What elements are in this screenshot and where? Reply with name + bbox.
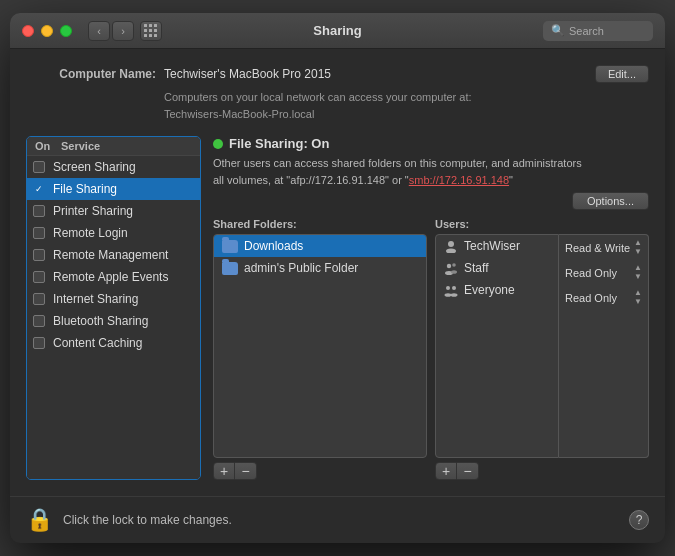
forward-icon: › xyxy=(121,25,125,37)
checkbox-file-sharing[interactable] xyxy=(33,183,45,195)
service-item-remote-apple-events[interactable]: Remote Apple Events xyxy=(27,266,200,288)
group-icon-staff xyxy=(444,261,458,275)
user-label-staff: Staff xyxy=(464,261,488,275)
computer-name-row: Computer Name: Techwiser's MacBook Pro 2… xyxy=(26,65,649,83)
service-item-remote-management[interactable]: Remote Management xyxy=(27,244,200,266)
remove-user-button[interactable]: − xyxy=(457,462,479,480)
stepper-up-techwiser[interactable]: ▲ xyxy=(634,239,642,247)
perm-label-techwiser: Read & Write xyxy=(565,242,630,254)
user-item-techwiser[interactable]: TechWiser xyxy=(436,235,558,257)
smb-address: smb://172.16.91.148 xyxy=(409,174,509,186)
edit-button[interactable]: Edit... xyxy=(595,65,649,83)
shared-folders-list: Downloads admin's Public Folder xyxy=(213,234,427,458)
service-label-remote-login: Remote Login xyxy=(53,226,128,240)
perm-item-everyone: Read Only ▲ ▼ xyxy=(559,285,648,310)
folder-label-downloads: Downloads xyxy=(244,239,303,253)
folder-item-downloads[interactable]: Downloads xyxy=(214,235,426,257)
service-label-file-sharing: File Sharing xyxy=(53,182,117,196)
service-item-file-sharing[interactable]: File Sharing xyxy=(27,178,200,200)
shared-folders-section: Shared Folders: Downloads admin's Public… xyxy=(213,218,427,480)
user-item-staff[interactable]: Staff xyxy=(436,257,558,279)
service-label-internet-sharing: Internet Sharing xyxy=(53,292,138,306)
checkbox-content-caching[interactable] xyxy=(33,337,45,349)
checkbox-printer-sharing[interactable] xyxy=(33,205,45,217)
maximize-button[interactable] xyxy=(60,25,72,37)
titlebar: ‹ › Sharing 🔍 Search xyxy=(10,13,665,49)
add-folder-button[interactable]: + xyxy=(213,462,235,480)
person-icon-techwiser xyxy=(444,239,458,253)
back-icon: ‹ xyxy=(97,25,101,37)
perm-stepper-techwiser[interactable]: ▲ ▼ xyxy=(634,239,642,256)
svg-point-4 xyxy=(452,263,456,267)
service-label-content-caching: Content Caching xyxy=(53,336,142,350)
stepper-up-staff[interactable]: ▲ xyxy=(634,264,642,272)
users-section: Users: Tech xyxy=(435,218,649,480)
service-label-printer-sharing: Printer Sharing xyxy=(53,204,133,218)
perm-stepper-everyone[interactable]: ▲ ▼ xyxy=(634,289,642,306)
col-on-header: On xyxy=(35,140,61,152)
perm-item-techwiser: Read & Write ▲ ▼ xyxy=(559,235,648,260)
grid-button[interactable] xyxy=(140,21,162,41)
service-label-bluetooth-sharing: Bluetooth Sharing xyxy=(53,314,148,328)
subnet-line1: Computers on your local network can acce… xyxy=(164,91,472,103)
service-item-remote-login[interactable]: Remote Login xyxy=(27,222,200,244)
status-title: File Sharing: On xyxy=(229,136,329,151)
folder-icon-downloads xyxy=(222,240,238,253)
checkbox-bluetooth-sharing[interactable] xyxy=(33,315,45,327)
folder-item-public[interactable]: admin's Public Folder xyxy=(214,257,426,279)
service-item-content-caching[interactable]: Content Caching xyxy=(27,332,200,354)
options-button[interactable]: Options... xyxy=(572,192,649,210)
window-title: Sharing xyxy=(313,23,361,38)
subnet-text: Computers on your local network can acce… xyxy=(164,89,649,122)
service-item-printer-sharing[interactable]: Printer Sharing xyxy=(27,200,200,222)
svg-point-9 xyxy=(451,293,458,297)
search-placeholder: Search xyxy=(569,25,604,37)
svg-point-1 xyxy=(446,249,456,254)
close-button[interactable] xyxy=(22,25,34,37)
right-panel: File Sharing: On Other users can access … xyxy=(213,136,649,480)
checkbox-remote-apple-events[interactable] xyxy=(33,271,45,283)
service-label-screen-sharing: Screen Sharing xyxy=(53,160,136,174)
computer-name-value: Techwiser's MacBook Pro 2015 xyxy=(164,67,331,81)
desc-line1: Other users can access shared folders on… xyxy=(213,157,582,169)
checkbox-screen-sharing[interactable] xyxy=(33,161,45,173)
users-label: Users: xyxy=(435,218,649,230)
checkbox-internet-sharing[interactable] xyxy=(33,293,45,305)
perm-label-staff: Read Only xyxy=(565,267,617,279)
forward-button[interactable]: › xyxy=(112,21,134,41)
stepper-up-everyone[interactable]: ▲ xyxy=(634,289,642,297)
folder-label-public: admin's Public Folder xyxy=(244,261,358,275)
status-dot xyxy=(213,139,223,149)
service-label-remote-management: Remote Management xyxy=(53,248,168,262)
col-service-header: Service xyxy=(61,140,100,152)
back-button[interactable]: ‹ xyxy=(88,21,110,41)
add-user-button[interactable]: + xyxy=(435,462,457,480)
service-item-bluetooth-sharing[interactable]: Bluetooth Sharing xyxy=(27,310,200,332)
traffic-lights xyxy=(22,25,72,37)
checkbox-remote-management[interactable] xyxy=(33,249,45,261)
content-area: Computer Name: Techwiser's MacBook Pro 2… xyxy=(10,49,665,496)
stepper-down-techwiser[interactable]: ▼ xyxy=(634,248,642,256)
minimize-button[interactable] xyxy=(41,25,53,37)
svg-point-2 xyxy=(447,264,451,268)
user-item-everyone[interactable]: Everyone xyxy=(436,279,558,301)
search-bar[interactable]: 🔍 Search xyxy=(543,21,653,41)
service-item-screen-sharing[interactable]: Screen Sharing xyxy=(27,156,200,178)
service-item-internet-sharing[interactable]: Internet Sharing xyxy=(27,288,200,310)
stepper-down-staff[interactable]: ▼ xyxy=(634,273,642,281)
svg-point-0 xyxy=(448,241,454,247)
folder-icon-public xyxy=(222,262,238,275)
help-button[interactable]: ? xyxy=(629,510,649,530)
perm-stepper-staff[interactable]: ▲ ▼ xyxy=(634,264,642,281)
main-window: ‹ › Sharing 🔍 Search Computer Name: Tech… xyxy=(10,13,665,543)
permissions-list: Read & Write ▲ ▼ Read Only ▲ xyxy=(559,234,649,458)
status-row: File Sharing: On xyxy=(213,136,649,151)
checkbox-remote-login[interactable] xyxy=(33,227,45,239)
service-label-remote-apple-events: Remote Apple Events xyxy=(53,270,168,284)
lock-icon[interactable]: 🔒 xyxy=(26,507,53,533)
nav-buttons: ‹ › xyxy=(88,21,134,41)
stepper-down-everyone[interactable]: ▼ xyxy=(634,298,642,306)
users-panel: TechWiser xyxy=(435,234,649,458)
remove-folder-button[interactable]: − xyxy=(235,462,257,480)
status-description: Other users can access shared folders on… xyxy=(213,155,649,188)
